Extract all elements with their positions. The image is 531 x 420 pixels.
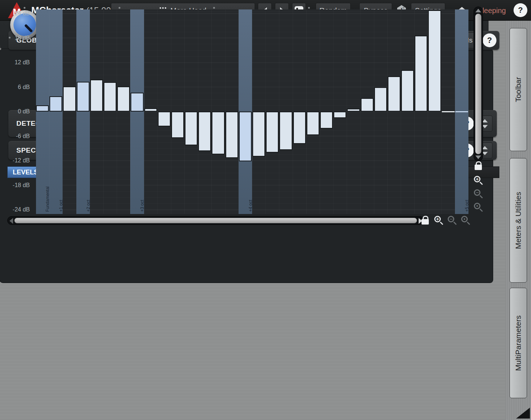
- harmonic-column[interactable]: [428, 9, 441, 214]
- harmonic-column[interactable]: [374, 9, 387, 214]
- scroll-left-icon[interactable]: [9, 218, 13, 224]
- vertical-zoom-in-button[interactable]: +: [471, 176, 485, 185]
- level-bar[interactable]: [49, 96, 62, 112]
- level-bar[interactable]: [442, 111, 455, 112]
- harmonic-column[interactable]: [320, 9, 333, 214]
- horizontal-zoom-lock-button[interactable]: [419, 214, 432, 227]
- level-bar[interactable]: [63, 86, 76, 112]
- level-bar[interactable]: [307, 112, 319, 135]
- harmonic-column[interactable]: [90, 9, 103, 214]
- harmonic-column-fundamental[interactable]: Fundamental: [36, 9, 49, 214]
- horizontal-scroll-thumb[interactable]: [14, 218, 417, 223]
- level-bar[interactable]: [347, 109, 360, 112]
- level-bar[interactable]: [293, 112, 306, 144]
- harmonic-column[interactable]: [184, 9, 198, 214]
- harmonic-column-+1-oct[interactable]: +1 oct: [49, 9, 63, 214]
- vertical-zoom-lock-button[interactable]: [471, 161, 485, 170]
- scroll-up-icon[interactable]: [475, 9, 481, 12]
- level-bar[interactable]: [131, 93, 143, 112]
- level-bar[interactable]: [36, 105, 49, 112]
- harmonic-column[interactable]: [157, 9, 171, 214]
- zoom-in-icon: +: [434, 216, 443, 225]
- harmonic-column[interactable]: [333, 9, 347, 214]
- harmonic-column[interactable]: [252, 9, 266, 214]
- vertical-scroll-thumb[interactable]: [475, 13, 482, 154]
- y-axis-label: 6 dB: [1, 84, 30, 91]
- harmonic-column-+5-oct[interactable]: +5 oct: [455, 9, 468, 214]
- harmonic-column[interactable]: [144, 9, 157, 214]
- level-bar[interactable]: [388, 76, 400, 112]
- level-bar[interactable]: [117, 86, 130, 112]
- lock-icon: [422, 219, 429, 225]
- harmonic-column[interactable]: [293, 9, 306, 214]
- harmonic-column[interactable]: [279, 9, 292, 214]
- harmonic-column[interactable]: [306, 9, 320, 214]
- level-bar[interactable]: [198, 112, 211, 151]
- harmonic-column[interactable]: [347, 9, 360, 214]
- harmonic-column[interactable]: [117, 9, 130, 214]
- level-bar[interactable]: [158, 112, 171, 126]
- harmonic-column[interactable]: [225, 9, 239, 214]
- resize-handle[interactable]: [516, 408, 530, 419]
- level-bar[interactable]: [320, 112, 333, 129]
- level-bar[interactable]: [334, 112, 346, 118]
- harmonic-column[interactable]: [401, 9, 414, 214]
- level-bar[interactable]: [455, 111, 468, 112]
- harmonic-column-label: +5 oct: [464, 200, 468, 212]
- y-axis-label: -18 dB: [1, 182, 30, 189]
- level-bar[interactable]: [144, 108, 157, 112]
- level-bar[interactable]: [415, 36, 427, 112]
- harmonic-column[interactable]: [442, 9, 455, 214]
- harmonic-column[interactable]: [198, 9, 211, 214]
- level-bar[interactable]: [90, 80, 103, 112]
- harmonic-column[interactable]: [414, 9, 428, 214]
- sidebar-tab-toolbar[interactable]: Toolbar: [510, 28, 527, 151]
- zoom-fit-icon: •: [474, 203, 483, 211]
- level-bar[interactable]: [185, 112, 197, 145]
- horizontal-zoom-in-button[interactable]: +: [432, 214, 445, 227]
- vertical-zoom-scrollbar[interactable]: [474, 7, 483, 161]
- harmonic-column[interactable]: [360, 9, 374, 214]
- lock-icon: [475, 165, 482, 170]
- level-bar[interactable]: [252, 112, 265, 157]
- globals-help-button[interactable]: ?: [483, 33, 496, 47]
- level-bar[interactable]: [401, 70, 414, 112]
- y-axis-label: 18 dB: [1, 35, 30, 42]
- level-bar[interactable]: [171, 112, 184, 138]
- level-bar[interactable]: [428, 10, 441, 112]
- level-bar[interactable]: [225, 112, 238, 158]
- vertical-zoom-out-button[interactable]: −: [471, 189, 485, 198]
- harmonic-column[interactable]: [266, 9, 279, 214]
- horizontal-zoom-out-button[interactable]: −: [446, 214, 459, 227]
- horizontal-zoom-fit-button[interactable]: •: [459, 214, 472, 227]
- y-axis: 24 dB18 dB12 dB6 dB0 dB-6 dB-12 dB-18 dB…: [0, 9, 33, 214]
- zoom-in-icon: +: [474, 176, 483, 185]
- harmonic-column[interactable]: [63, 9, 76, 214]
- sidebar-tab-multiparameters[interactable]: MultiParameters: [510, 288, 527, 398]
- knob-tick: [403, 7, 404, 9]
- harmonic-column-+3-oct[interactable]: +3 oct: [130, 9, 144, 214]
- harmonic-column[interactable]: [211, 9, 225, 214]
- harmonic-column[interactable]: [103, 9, 117, 214]
- sidebar-tab-meters-utilities[interactable]: Meters & Utilities: [510, 158, 527, 283]
- horizontal-zoom-scrollbar[interactable]: [7, 216, 424, 225]
- harmonic-column[interactable]: [387, 9, 401, 214]
- harmonic-levels-plot[interactable]: Fundamental+1 oct+2 oct+3 oct+4 oct+5 oc…: [36, 9, 468, 214]
- level-bar[interactable]: [212, 112, 224, 154]
- knob-tick: [119, 7, 120, 9]
- help-button[interactable]: ?: [514, 3, 527, 17]
- vertical-zoom-fit-button[interactable]: •: [471, 203, 485, 211]
- y-axis-label: 0 dB: [1, 108, 30, 115]
- level-bar[interactable]: [77, 82, 89, 112]
- harmonic-column-+4-oct[interactable]: +4 oct: [239, 9, 252, 214]
- level-bar[interactable]: [279, 112, 292, 150]
- y-axis-label: -12 dB: [1, 157, 30, 164]
- level-bar[interactable]: [239, 112, 252, 161]
- level-bar[interactable]: [266, 112, 279, 153]
- level-bar[interactable]: [374, 87, 387, 112]
- scroll-down-icon[interactable]: [475, 156, 481, 159]
- level-bar[interactable]: [104, 82, 116, 112]
- level-bar[interactable]: [361, 98, 374, 112]
- harmonic-column-+2-oct[interactable]: +2 oct: [76, 9, 90, 214]
- harmonic-column[interactable]: [171, 9, 184, 214]
